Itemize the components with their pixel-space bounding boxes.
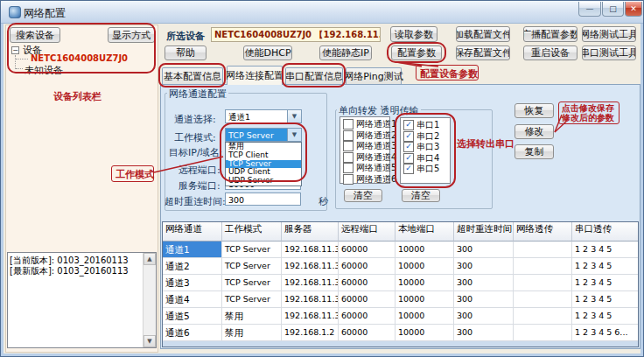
- restart-device-button[interactable]: 重启设备: [523, 46, 578, 60]
- tree-device-node[interactable]: NETC1604008UZ7J0: [31, 53, 128, 63]
- table-cell[interactable]: 10000: [396, 308, 454, 325]
- checkbox-unchecked-icon[interactable]: [343, 141, 354, 151]
- checkbox-checked-icon[interactable]: ✓: [403, 131, 414, 142]
- column-header[interactable]: 网络通道: [163, 222, 222, 242]
- network-channel-checklist[interactable]: 网络通道1网络通道2网络通道3网络通道4网络通道5网络通道6: [340, 116, 390, 184]
- table-cell[interactable]: 192.168.1.2: [282, 325, 339, 341]
- network-channel-checkbox[interactable]: 网络通道1: [340, 119, 389, 130]
- broadcast-config-button[interactable]: 广播配置参数: [523, 26, 578, 42]
- checkbox-unchecked-icon[interactable]: [343, 163, 354, 173]
- display-mode-button[interactable]: 显示方式: [108, 27, 155, 43]
- checkbox-unchecked-icon[interactable]: [343, 174, 354, 185]
- table-cell[interactable]: 10000: [396, 291, 454, 308]
- table-cell[interactable]: 300: [454, 258, 514, 275]
- scroll-up-icon[interactable]: ▲: [144, 253, 156, 265]
- table-cell[interactable]: 通道6: [163, 325, 222, 341]
- table-cell[interactable]: 通道5: [163, 308, 222, 325]
- table-row[interactable]: 通道2TCP Server192.168.11.3160000100003001…: [163, 258, 638, 275]
- table-cell[interactable]: 60000: [339, 258, 396, 275]
- close-button[interactable]: ✕: [625, 2, 642, 17]
- work-mode-option[interactable]: UDP Server: [226, 177, 301, 186]
- table-row[interactable]: 通道4TCP Server192.168.11.3160000100003001…: [163, 291, 638, 308]
- table-cell[interactable]: [514, 258, 572, 275]
- clear-serial-button[interactable]: 清空: [402, 189, 440, 202]
- table-row[interactable]: 通道1TCP Server192.168.11.3160000100003001…: [163, 242, 638, 258]
- table-cell[interactable]: TCP Server: [222, 275, 282, 291]
- table-row[interactable]: 通道5禁用192.168.11.3160000100003001 2 3 4 5: [163, 308, 638, 325]
- network-test-tool-button[interactable]: 网络测试工具: [582, 26, 636, 42]
- table-cell[interactable]: 300: [454, 325, 514, 341]
- table-cell[interactable]: [514, 242, 572, 258]
- channel-table[interactable]: 网络通道工作模式服务器远程端口本地端口超时重连时间网络透传串口透传 通道1TCP…: [162, 221, 639, 347]
- checkbox-checked-icon[interactable]: ✓: [403, 164, 414, 174]
- table-cell[interactable]: 300: [454, 308, 514, 325]
- table-cell[interactable]: TCP Server: [222, 242, 282, 258]
- serial-port-checkbox[interactable]: ✓串口1: [401, 120, 450, 131]
- restore-button[interactable]: 恢复: [514, 103, 554, 118]
- table-cell[interactable]: 10000: [396, 325, 454, 341]
- search-device-button[interactable]: 搜索设备: [10, 27, 60, 43]
- serial-port-checkbox[interactable]: ✓串口4: [401, 153, 450, 164]
- column-header[interactable]: 本地端口: [396, 222, 454, 242]
- table-cell[interactable]: 10000: [396, 242, 454, 258]
- checkbox-checked-icon[interactable]: ✓: [403, 153, 414, 164]
- table-cell[interactable]: 通道3: [163, 275, 222, 291]
- table-cell[interactable]: 10000: [396, 258, 454, 275]
- copy-button[interactable]: 复制: [514, 144, 554, 159]
- table-cell[interactable]: [514, 275, 572, 291]
- timeout-input[interactable]: 300: [225, 192, 301, 206]
- table-cell[interactable]: 192.168.11.31: [282, 291, 339, 308]
- maximize-button[interactable]: □: [602, 2, 624, 17]
- table-cell[interactable]: TCP Server: [222, 291, 282, 308]
- column-header[interactable]: 服务器: [282, 222, 339, 242]
- chevron-down-icon[interactable]: ▼: [287, 110, 301, 122]
- enable-dhcp-button[interactable]: 使能DHCP: [243, 46, 292, 60]
- tree-unknown-device-node[interactable]: 未知设备: [24, 64, 63, 77]
- table-cell[interactable]: 1 2 3 4 5 6...: [572, 325, 639, 341]
- checkbox-unchecked-icon[interactable]: [343, 119, 354, 130]
- table-cell[interactable]: 60000: [339, 308, 396, 325]
- table-cell[interactable]: 60000: [339, 242, 396, 258]
- checkbox-unchecked-icon[interactable]: [343, 130, 354, 141]
- serial-port-checklist[interactable]: ✓串口1✓串口2✓串口3✓串口4✓串口5: [400, 117, 451, 184]
- enable-static-ip-button[interactable]: 使能静态IP: [319, 46, 372, 60]
- table-cell[interactable]: 1 2 3 4 5: [572, 275, 639, 291]
- network-channel-checkbox[interactable]: 网络通道5: [340, 163, 389, 174]
- tab-serial-config[interactable]: 串口配置信息: [285, 67, 343, 85]
- column-header[interactable]: 超时重连时间: [454, 222, 514, 242]
- table-cell[interactable]: 192.168.11.31: [282, 308, 339, 325]
- serial-test-tool-button[interactable]: 串口测试工具: [582, 46, 636, 60]
- scroll-down-icon[interactable]: ▼: [144, 335, 156, 347]
- tab-network-connection[interactable]: 网络连接配置: [227, 66, 283, 85]
- version-listbox[interactable]: [当前版本]: 0103_20160113[最新版本]: 0103_201601…: [7, 252, 157, 348]
- table-row[interactable]: 通道6禁用192.168.1.260000100003001 2 3 4 5 6…: [163, 325, 638, 341]
- table-cell[interactable]: 300: [454, 275, 514, 291]
- title-bar[interactable]: 网络配置: [1, 1, 644, 24]
- table-cell[interactable]: 10000: [396, 275, 454, 291]
- table-cell[interactable]: 192.168.11.31: [282, 275, 339, 291]
- table-row[interactable]: 通道3TCP Server192.168.11.3160000100003001…: [163, 275, 638, 291]
- table-cell[interactable]: TCP Server: [222, 258, 282, 275]
- table-cell[interactable]: [514, 291, 572, 308]
- network-channel-checkbox[interactable]: 网络通道2: [340, 130, 389, 142]
- table-cell[interactable]: 通道2: [163, 258, 222, 275]
- table-cell[interactable]: 60000: [339, 291, 396, 308]
- table-cell[interactable]: 300: [454, 291, 514, 308]
- table-cell[interactable]: 60000: [339, 325, 396, 341]
- clear-network-button[interactable]: 清空: [344, 189, 382, 202]
- network-channel-checkbox[interactable]: 网络通道4: [340, 152, 389, 164]
- checkbox-unchecked-icon[interactable]: [343, 152, 354, 163]
- table-cell[interactable]: 1 2 3 4 5: [572, 258, 639, 275]
- minimize-button[interactable]: —: [578, 2, 601, 17]
- tree-expander-icon[interactable]: −: [11, 46, 19, 54]
- serial-port-checkbox[interactable]: ✓串口3: [401, 142, 450, 153]
- table-cell[interactable]: 禁用: [222, 308, 282, 325]
- table-cell[interactable]: 通道4: [163, 291, 222, 308]
- chevron-down-icon[interactable]: ▼: [287, 129, 301, 141]
- serial-port-checkbox[interactable]: ✓串口5: [401, 164, 450, 175]
- load-config-button[interactable]: 加载配置文件: [456, 26, 510, 42]
- column-header[interactable]: 工作模式: [222, 222, 282, 242]
- column-header[interactable]: 网络透传: [514, 222, 572, 242]
- table-cell[interactable]: 60000: [339, 275, 396, 291]
- checkbox-checked-icon[interactable]: ✓: [403, 142, 414, 152]
